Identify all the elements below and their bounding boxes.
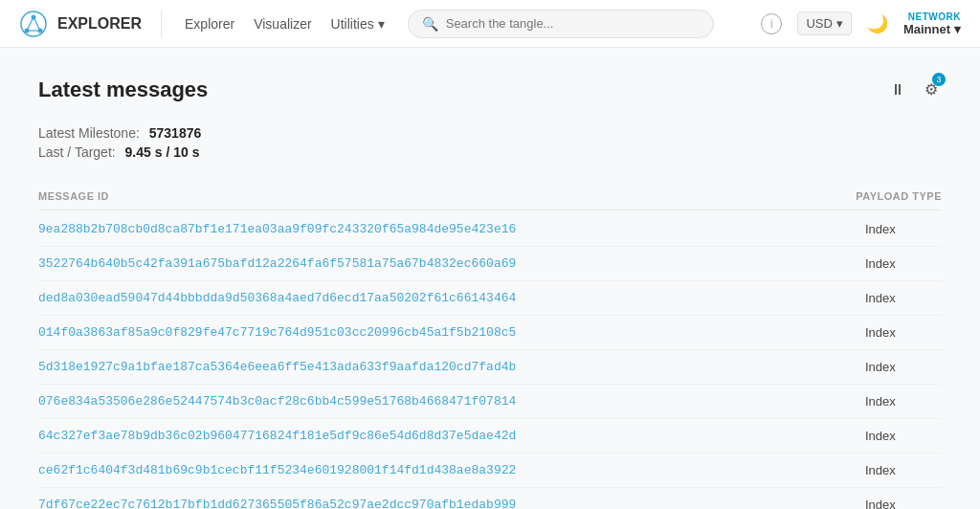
message-id[interactable]: 076e834a53506e286e52447574b3c0acf28c6bb4…: [38, 394, 516, 409]
payload-type: Index: [865, 498, 942, 509]
svg-line-5: [33, 17, 40, 31]
pause-button[interactable]: ⏸: [886, 77, 909, 102]
table-row: 64c327ef3ae78b9db36c02b96047716824f181e5…: [38, 419, 942, 454]
message-id[interactable]: ce62f1c6404f3d481b69c9b1cecbf11f5234e601…: [38, 463, 516, 477]
currency-value: USD: [806, 16, 832, 31]
milestone-stat: Latest Milestone: 5731876: [38, 125, 942, 141]
col-message-id: MESSAGE ID: [38, 190, 109, 202]
table-row: 014f0a3863af85a9c0f829fe47c7719c764d951c…: [38, 316, 942, 350]
table-row: 076e834a53506e286e52447574b3c0acf28c6bb4…: [38, 385, 942, 419]
header-controls: ⏸ ⚙ 3: [886, 77, 942, 102]
svg-line-4: [27, 17, 33, 31]
search-bar[interactable]: 🔍: [408, 10, 714, 38]
pause-icon: ⏸: [890, 81, 905, 98]
navbar-right: i USD ▾ 🌙 NETWORK Mainnet ▾: [761, 11, 961, 36]
navbar: EXPLORER Explorer Visualizer Utilities ▾…: [0, 0, 980, 48]
page-title: Latest messages: [38, 77, 208, 102]
nav-links: Explorer Visualizer Utilities ▾: [185, 16, 385, 32]
main-content: Latest messages ⏸ ⚙ 3 Latest Milestone: …: [0, 48, 980, 509]
search-icon: 🔍: [422, 16, 438, 32]
table-row: 3522764b640b5c42fa391a675bafd12a2264fa6f…: [38, 247, 942, 281]
chevron-down-icon: ▾: [836, 16, 843, 31]
logo-text: EXPLORER: [57, 15, 142, 33]
table-header: MESSAGE ID PAYLOAD TYPE: [38, 183, 942, 210]
milestone-value: 5731876: [149, 125, 202, 141]
target-value: 9.45 s / 10 s: [125, 144, 200, 160]
table-row: 9ea288b2b708cb0d8ca87bf1e171ea03aa9f09fc…: [38, 212, 942, 247]
chevron-down-icon: ▾: [378, 16, 385, 32]
target-label: Last / Target:: [38, 144, 116, 160]
table-row: ded8a030ead59047d44bbbdda9d50368a4aed7d6…: [38, 281, 942, 316]
message-id[interactable]: 014f0a3863af85a9c0f829fe47c7719c764d951c…: [38, 325, 516, 340]
payload-type: Index: [865, 325, 942, 340]
message-id[interactable]: 7df67ce22ec7c7612b17bfb1dd627365505f86a5…: [38, 498, 516, 509]
message-id[interactable]: 3522764b640b5c42fa391a675bafd12a2264fa6f…: [38, 256, 516, 271]
messages-table: MESSAGE ID PAYLOAD TYPE 9ea288b2b708cb0d…: [38, 183, 942, 509]
message-id[interactable]: 9ea288b2b708cb0d8ca87bf1e171ea03aa9f09fc…: [38, 222, 516, 236]
nav-visualizer[interactable]: Visualizer: [254, 16, 311, 32]
milestone-label: Latest Milestone:: [38, 125, 140, 141]
table-row: ce62f1c6404f3d481b69c9b1cecbf11f5234e601…: [38, 454, 942, 488]
network-name-row: Mainnet ▾: [903, 22, 961, 36]
payload-type: Index: [865, 256, 942, 271]
chevron-down-icon: ▾: [954, 22, 961, 36]
col-payload-type: PAYLOAD TYPE: [856, 190, 942, 202]
filter-button[interactable]: ⚙ 3: [921, 77, 942, 102]
table-row: 7df67ce22ec7c7612b17bfb1dd627365505f86a5…: [38, 488, 942, 509]
network-selector[interactable]: NETWORK Mainnet ▾: [903, 11, 961, 36]
nav-explorer[interactable]: Explorer: [185, 16, 234, 32]
payload-type: Index: [865, 360, 942, 374]
message-id[interactable]: 64c327ef3ae78b9db36c02b96047716824f181e5…: [38, 429, 516, 443]
payload-type: Index: [865, 222, 942, 236]
nav-utilities-label: Utilities: [331, 16, 374, 32]
network-name-text: Mainnet: [903, 22, 950, 36]
stats-row: Latest Milestone: 5731876 Last / Target:…: [38, 125, 942, 160]
network-label: NETWORK: [908, 11, 961, 22]
table-row: 5d318e1927c9a1bfae187ca5364e6eea6ff5e413…: [38, 350, 942, 385]
info-button[interactable]: i: [761, 13, 782, 34]
filter-badge: 3: [932, 73, 946, 86]
target-stat: Last / Target: 9.45 s / 10 s: [38, 144, 942, 160]
payload-type: Index: [865, 429, 942, 443]
message-id[interactable]: ded8a030ead59047d44bbbdda9d50368a4aed7d6…: [38, 291, 516, 305]
logo-icon: [19, 10, 48, 38]
messages-list: 9ea288b2b708cb0d8ca87bf1e171ea03aa9f09fc…: [38, 212, 942, 509]
theme-toggle[interactable]: 🌙: [867, 13, 888, 34]
payload-type: Index: [865, 291, 942, 305]
message-id[interactable]: 5d318e1927c9a1bfae187ca5364e6eea6ff5e413…: [38, 360, 516, 374]
search-input[interactable]: [446, 16, 700, 31]
page-header: Latest messages ⏸ ⚙ 3: [38, 77, 942, 102]
logo[interactable]: EXPLORER: [19, 10, 162, 38]
payload-type: Index: [865, 394, 942, 409]
payload-type: Index: [865, 463, 942, 477]
nav-utilities-dropdown[interactable]: Utilities ▾: [331, 16, 385, 32]
currency-selector[interactable]: USD ▾: [797, 11, 851, 35]
